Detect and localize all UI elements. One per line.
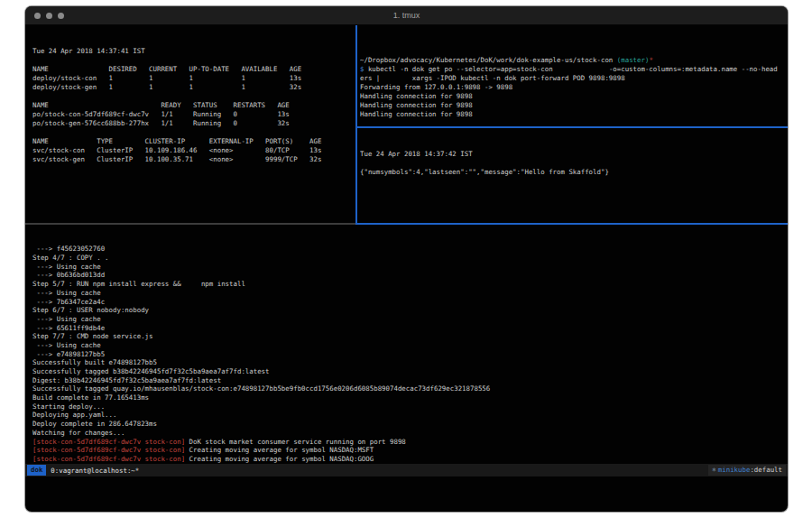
window-title: 1. tmux: [25, 11, 788, 20]
kube-context-label: minikube: [718, 465, 751, 476]
curl-output: Tue 24 Apr 2018 14:37:42 IST {"numsymbol…: [360, 150, 784, 177]
pane-kubectl-watch[interactable]: Tue 24 Apr 2018 14:37:41 IST NAME DESIRE…: [32, 29, 354, 222]
terminal-window: 1. tmux Tue 24 Apr 2018 14:37:41 IST NAM…: [25, 6, 788, 512]
pane-divider-horizontal-right[interactable]: [355, 126, 788, 128]
pane-divider-horizontal-full[interactable]: [25, 223, 788, 225]
kubernetes-helm-icon: ⎈: [712, 465, 716, 476]
divider-segment-inactive: [25, 223, 355, 225]
pane-curl-output[interactable]: Tue 24 Apr 2018 14:37:42 IST {"numsymbol…: [360, 132, 784, 222]
port-forward-output: ~/Dropbox/advocacy/Kubernetes/DoK/work/d…: [360, 47, 784, 119]
kube-status-segment: ⎈ minikube :default: [708, 465, 786, 476]
pane-divider-vertical[interactable]: [355, 25, 357, 223]
kube-namespace-label: :default: [750, 465, 782, 476]
window-titlebar[interactable]: 1. tmux: [25, 6, 788, 25]
window-label[interactable]: 0:vagrant@localhost:~*: [51, 467, 139, 475]
pane-skaffold-dev[interactable]: ---> f45623052760Step 4/7 : COPY . . ---…: [32, 227, 784, 464]
divider-segment-active: [355, 223, 788, 225]
kubectl-watch-output: Tue 24 Apr 2018 14:37:41 IST NAME DESIRE…: [32, 47, 354, 164]
pane-port-forward[interactable]: ~/Dropbox/advocacy/Kubernetes/DoK/work/d…: [360, 29, 784, 126]
tmux-status-bar: dok 0:vagrant@localhost:~* ⎈ minikube :d…: [25, 464, 788, 476]
session-name-badge[interactable]: dok: [27, 465, 46, 476]
skaffold-dev-output: ---> f45623052760Step 4/7 : COPY . . ---…: [32, 245, 784, 464]
